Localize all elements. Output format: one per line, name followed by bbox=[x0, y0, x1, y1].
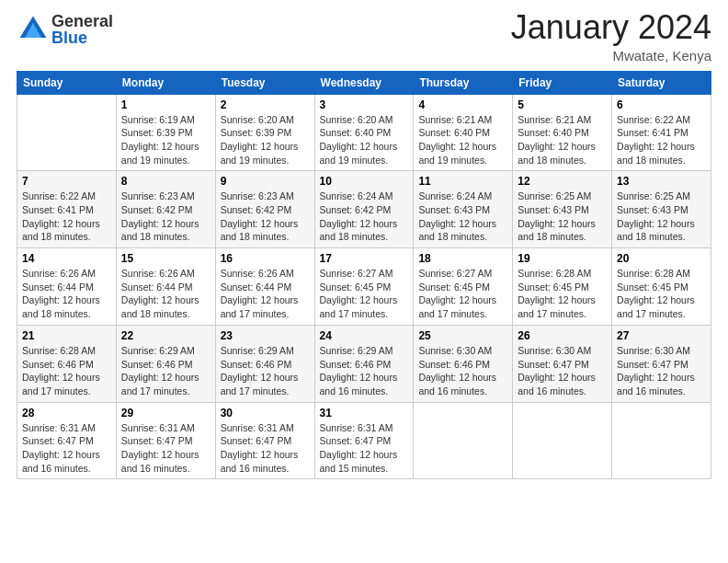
day-info: Sunrise: 6:24 AM Sunset: 6:43 PM Dayligh… bbox=[418, 190, 507, 244]
day-number: 18 bbox=[418, 252, 507, 265]
day-info: Sunrise: 6:26 AM Sunset: 6:44 PM Dayligh… bbox=[121, 267, 210, 321]
day-number: 21 bbox=[22, 329, 111, 342]
day-number: 22 bbox=[121, 329, 210, 342]
calendar-week-4: 21Sunrise: 6:28 AM Sunset: 6:46 PM Dayli… bbox=[17, 325, 711, 402]
day-number: 7 bbox=[22, 175, 111, 188]
day-number: 11 bbox=[418, 175, 507, 188]
day-number: 19 bbox=[518, 252, 607, 265]
day-info: Sunrise: 6:31 AM Sunset: 6:47 PM Dayligh… bbox=[221, 421, 310, 476]
day-number: 26 bbox=[518, 329, 607, 342]
logo-general-text: General bbox=[51, 13, 113, 29]
day-number: 30 bbox=[221, 407, 310, 419]
calendar-table: Sunday Monday Tuesday Wednesday Thursday… bbox=[17, 71, 711, 480]
calendar-cell: 29Sunrise: 6:31 AM Sunset: 6:47 PM Dayli… bbox=[116, 402, 215, 479]
day-number: 15 bbox=[121, 252, 210, 265]
page: General Blue January 2024 Mwatate, Kenya… bbox=[0, 0, 728, 563]
day-number: 17 bbox=[320, 252, 409, 265]
day-number: 27 bbox=[617, 329, 706, 342]
calendar-cell: 21Sunrise: 6:28 AM Sunset: 6:46 PM Dayli… bbox=[17, 325, 117, 402]
calendar-cell: 27Sunrise: 6:30 AM Sunset: 6:47 PM Dayli… bbox=[612, 325, 711, 402]
calendar-cell: 18Sunrise: 6:27 AM Sunset: 6:45 PM Dayli… bbox=[414, 248, 513, 326]
calendar-cell: 5Sunrise: 6:21 AM Sunset: 6:40 PM Daylig… bbox=[513, 94, 612, 171]
col-friday: Friday bbox=[513, 71, 612, 94]
day-info: Sunrise: 6:30 AM Sunset: 6:47 PM Dayligh… bbox=[617, 344, 706, 398]
calendar-body: 1Sunrise: 6:19 AM Sunset: 6:39 PM Daylig… bbox=[17, 94, 711, 479]
day-number: 23 bbox=[221, 329, 310, 342]
calendar-cell: 13Sunrise: 6:25 AM Sunset: 6:43 PM Dayli… bbox=[612, 171, 711, 248]
calendar-cell: 10Sunrise: 6:24 AM Sunset: 6:42 PM Dayli… bbox=[314, 171, 414, 248]
calendar-cell bbox=[414, 402, 513, 479]
title-block: January 2024 Mwatate, Kenya bbox=[511, 9, 711, 63]
day-info: Sunrise: 6:22 AM Sunset: 6:41 PM Dayligh… bbox=[22, 190, 111, 244]
day-number: 16 bbox=[221, 252, 310, 265]
calendar-cell: 8Sunrise: 6:23 AM Sunset: 6:42 PM Daylig… bbox=[116, 171, 215, 248]
calendar-cell: 3Sunrise: 6:20 AM Sunset: 6:40 PM Daylig… bbox=[314, 94, 414, 171]
calendar-header: Sunday Monday Tuesday Wednesday Thursday… bbox=[17, 71, 711, 94]
day-info: Sunrise: 6:20 AM Sunset: 6:40 PM Dayligh… bbox=[320, 113, 409, 167]
calendar-cell: 19Sunrise: 6:28 AM Sunset: 6:45 PM Dayli… bbox=[513, 248, 612, 326]
calendar-cell: 7Sunrise: 6:22 AM Sunset: 6:41 PM Daylig… bbox=[17, 171, 117, 248]
calendar-cell: 12Sunrise: 6:25 AM Sunset: 6:43 PM Dayli… bbox=[513, 171, 612, 248]
calendar-cell: 15Sunrise: 6:26 AM Sunset: 6:44 PM Dayli… bbox=[116, 248, 215, 326]
day-info: Sunrise: 6:20 AM Sunset: 6:39 PM Dayligh… bbox=[221, 113, 310, 167]
day-info: Sunrise: 6:25 AM Sunset: 6:43 PM Dayligh… bbox=[617, 190, 706, 244]
day-info: Sunrise: 6:21 AM Sunset: 6:40 PM Dayligh… bbox=[518, 113, 607, 167]
day-info: Sunrise: 6:28 AM Sunset: 6:45 PM Dayligh… bbox=[518, 267, 607, 321]
day-info: Sunrise: 6:26 AM Sunset: 6:44 PM Dayligh… bbox=[221, 267, 310, 321]
col-tuesday: Tuesday bbox=[215, 71, 314, 94]
day-number: 24 bbox=[320, 329, 409, 342]
calendar-cell: 17Sunrise: 6:27 AM Sunset: 6:45 PM Dayli… bbox=[314, 248, 414, 326]
calendar-cell: 26Sunrise: 6:30 AM Sunset: 6:47 PM Dayli… bbox=[513, 325, 612, 402]
col-sunday: Sunday bbox=[17, 71, 117, 94]
calendar-cell bbox=[17, 94, 117, 171]
day-info: Sunrise: 6:28 AM Sunset: 6:46 PM Dayligh… bbox=[22, 344, 111, 398]
calendar-week-2: 7Sunrise: 6:22 AM Sunset: 6:41 PM Daylig… bbox=[17, 171, 711, 248]
header-row: Sunday Monday Tuesday Wednesday Thursday… bbox=[17, 71, 711, 94]
calendar-cell bbox=[612, 402, 711, 479]
day-number: 6 bbox=[617, 98, 706, 111]
logo-blue-text: Blue bbox=[51, 29, 113, 46]
day-info: Sunrise: 6:27 AM Sunset: 6:45 PM Dayligh… bbox=[418, 267, 507, 321]
day-info: Sunrise: 6:26 AM Sunset: 6:44 PM Dayligh… bbox=[22, 267, 111, 321]
calendar-cell: 14Sunrise: 6:26 AM Sunset: 6:44 PM Dayli… bbox=[17, 248, 117, 326]
calendar-cell: 20Sunrise: 6:28 AM Sunset: 6:45 PM Dayli… bbox=[612, 248, 711, 326]
calendar-cell: 31Sunrise: 6:31 AM Sunset: 6:47 PM Dayli… bbox=[314, 402, 414, 479]
day-info: Sunrise: 6:27 AM Sunset: 6:45 PM Dayligh… bbox=[320, 267, 409, 321]
calendar-cell: 4Sunrise: 6:21 AM Sunset: 6:40 PM Daylig… bbox=[414, 94, 513, 171]
calendar-cell: 1Sunrise: 6:19 AM Sunset: 6:39 PM Daylig… bbox=[116, 94, 215, 171]
calendar-cell: 2Sunrise: 6:20 AM Sunset: 6:39 PM Daylig… bbox=[215, 94, 314, 171]
logo: General Blue bbox=[17, 13, 113, 46]
calendar-week-5: 28Sunrise: 6:31 AM Sunset: 6:47 PM Dayli… bbox=[17, 402, 711, 479]
day-number: 12 bbox=[518, 175, 607, 188]
calendar-cell: 22Sunrise: 6:29 AM Sunset: 6:46 PM Dayli… bbox=[116, 325, 215, 402]
day-number: 29 bbox=[121, 407, 210, 419]
col-thursday: Thursday bbox=[414, 71, 513, 94]
day-info: Sunrise: 6:19 AM Sunset: 6:39 PM Dayligh… bbox=[121, 113, 210, 167]
day-info: Sunrise: 6:24 AM Sunset: 6:42 PM Dayligh… bbox=[320, 190, 409, 244]
day-number: 10 bbox=[320, 175, 409, 188]
day-info: Sunrise: 6:29 AM Sunset: 6:46 PM Dayligh… bbox=[320, 344, 409, 398]
col-saturday: Saturday bbox=[612, 71, 711, 94]
day-info: Sunrise: 6:30 AM Sunset: 6:47 PM Dayligh… bbox=[518, 344, 607, 398]
day-number: 25 bbox=[418, 329, 507, 342]
day-info: Sunrise: 6:23 AM Sunset: 6:42 PM Dayligh… bbox=[221, 190, 310, 244]
calendar-cell: 9Sunrise: 6:23 AM Sunset: 6:42 PM Daylig… bbox=[215, 171, 314, 248]
day-number: 5 bbox=[518, 98, 607, 111]
day-info: Sunrise: 6:31 AM Sunset: 6:47 PM Dayligh… bbox=[320, 421, 409, 476]
day-number: 2 bbox=[221, 98, 310, 111]
month-title: January 2024 bbox=[511, 9, 711, 46]
day-number: 1 bbox=[121, 98, 210, 111]
header: General Blue January 2024 Mwatate, Kenya bbox=[17, 9, 711, 63]
day-number: 31 bbox=[320, 407, 409, 419]
logo-icon bbox=[17, 13, 50, 46]
day-number: 13 bbox=[617, 175, 706, 188]
calendar-cell: 28Sunrise: 6:31 AM Sunset: 6:47 PM Dayli… bbox=[17, 402, 117, 479]
day-info: Sunrise: 6:25 AM Sunset: 6:43 PM Dayligh… bbox=[518, 190, 607, 244]
calendar-week-3: 14Sunrise: 6:26 AM Sunset: 6:44 PM Dayli… bbox=[17, 248, 711, 326]
calendar-cell bbox=[513, 402, 612, 479]
calendar-cell: 16Sunrise: 6:26 AM Sunset: 6:44 PM Dayli… bbox=[215, 248, 314, 326]
day-info: Sunrise: 6:22 AM Sunset: 6:41 PM Dayligh… bbox=[617, 113, 706, 167]
col-monday: Monday bbox=[116, 71, 215, 94]
logo-text: General Blue bbox=[51, 13, 113, 46]
col-wednesday: Wednesday bbox=[314, 71, 414, 94]
